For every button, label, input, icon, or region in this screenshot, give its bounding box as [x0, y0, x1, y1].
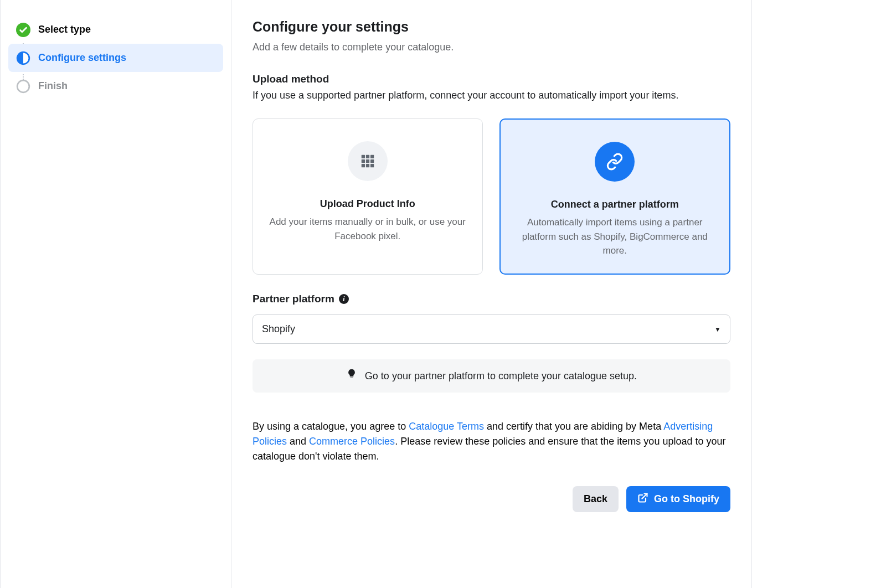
svg-rect-3	[362, 155, 365, 158]
check-circle-icon	[16, 23, 30, 37]
card-connect-partner-platform[interactable]: Connect a partner platform Automatically…	[499, 118, 731, 275]
empty-circle-icon	[16, 79, 30, 94]
step-select-type[interactable]: Select type	[8, 16, 223, 44]
partner-platform-label: Partner platform i	[253, 291, 730, 307]
card-title: Connect a partner platform	[516, 197, 714, 212]
svg-rect-7	[366, 159, 369, 163]
external-link-icon	[637, 492, 648, 506]
setup-hint: Go to your partner platform to complete …	[253, 359, 730, 393]
svg-rect-6	[362, 159, 365, 163]
partner-platform-select[interactable]: Shopify ▼	[253, 314, 730, 344]
legal-segment: By using a catalogue, you agree to	[253, 421, 409, 432]
back-button[interactable]: Back	[573, 486, 619, 512]
step-label: Configure settings	[38, 50, 126, 65]
svg-rect-11	[370, 164, 374, 167]
grid-icon	[348, 141, 388, 181]
footer-actions: Back Go to Shopify	[253, 486, 730, 512]
page-title: Configure your settings	[253, 17, 730, 38]
step-label: Select type	[38, 22, 91, 37]
card-title: Upload Product Info	[269, 197, 467, 212]
upload-method-desc: If you use a supported partner platform,…	[253, 88, 730, 103]
primary-button-label: Go to Shopify	[654, 493, 719, 505]
svg-rect-5	[370, 155, 374, 158]
svg-rect-9	[362, 164, 365, 167]
main-content: Configure your settings Add a few detail…	[231, 0, 752, 588]
hint-text: Go to your partner platform to complete …	[365, 369, 637, 384]
svg-rect-8	[370, 159, 374, 163]
caret-down-icon: ▼	[714, 324, 721, 334]
stepper-sidebar: Select type Configure settings Finish	[0, 0, 231, 588]
step-label: Finish	[38, 79, 68, 94]
legal-segment: and	[287, 436, 309, 447]
card-desc: Automatically import items using a partn…	[516, 215, 714, 258]
card-desc: Add your items manually or in bulk, or u…	[269, 215, 467, 243]
svg-rect-4	[366, 155, 369, 158]
go-to-shopify-button[interactable]: Go to Shopify	[626, 486, 730, 512]
legal-text: By using a catalogue, you agree to Catal…	[253, 419, 730, 464]
select-value: Shopify	[262, 322, 295, 337]
upload-method-heading: Upload method	[253, 71, 730, 87]
svg-point-2	[17, 80, 29, 92]
svg-line-12	[642, 494, 647, 499]
link-icon	[595, 142, 635, 182]
partner-platform-label-text: Partner platform	[253, 291, 334, 307]
info-icon[interactable]: i	[339, 294, 349, 304]
link-catalogue-terms[interactable]: Catalogue Terms	[409, 421, 484, 432]
card-upload-product-info[interactable]: Upload Product Info Add your items manua…	[253, 118, 483, 275]
step-configure-settings[interactable]: Configure settings	[8, 44, 223, 72]
lightbulb-icon	[346, 368, 357, 384]
svg-rect-10	[366, 164, 369, 167]
half-circle-icon	[16, 51, 30, 65]
page-subtitle: Add a few details to complete your catal…	[253, 40, 730, 55]
step-finish[interactable]: Finish	[8, 72, 223, 100]
legal-segment: and certify that you are abiding by Meta	[484, 421, 663, 432]
link-commerce-policies[interactable]: Commerce Policies	[309, 436, 395, 447]
